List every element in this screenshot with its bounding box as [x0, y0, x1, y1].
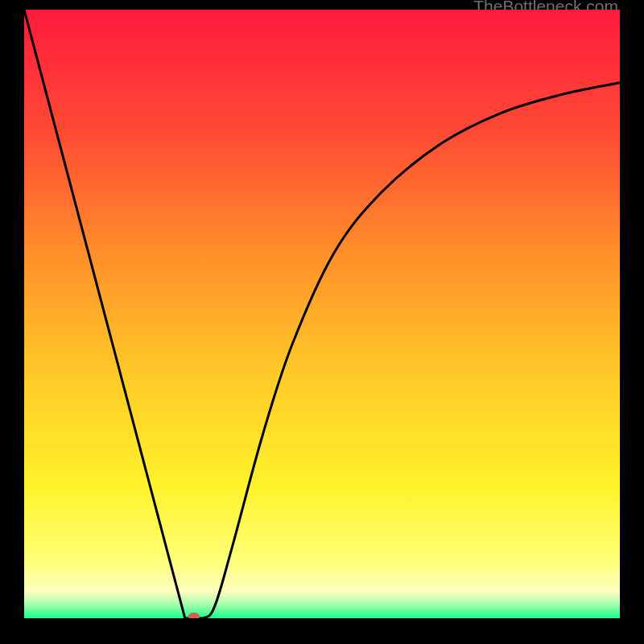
bottleneck-chart-svg	[24, 10, 620, 618]
chart-background-gradient	[24, 10, 620, 618]
chart-plot-area	[24, 10, 620, 618]
